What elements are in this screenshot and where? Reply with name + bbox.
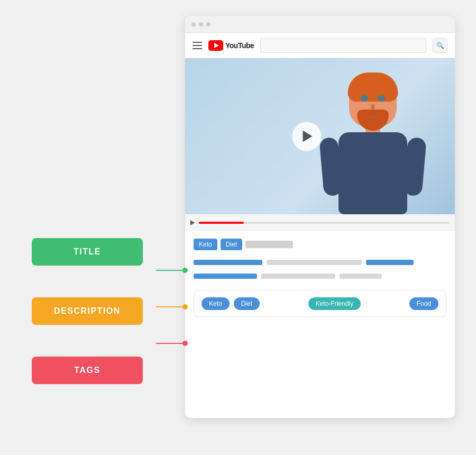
desc-line-3	[366, 260, 414, 265]
youtube-logo-icon	[208, 40, 223, 51]
search-icon[interactable]: 🔍	[433, 38, 447, 53]
tags-label-button[interactable]: TAGS	[32, 357, 143, 384]
tag-pill-diet: Diet	[234, 297, 260, 310]
title-placeholder-bar	[245, 241, 293, 248]
description-area	[194, 260, 446, 283]
hamburger-menu[interactable]	[193, 42, 202, 49]
main-container: TITLE DESCRIPTION TAGS YouTube 🔍	[0, 0, 476, 455]
title-area: Keto Diet	[194, 239, 446, 250]
tags-label-text: TAGS	[74, 366, 100, 375]
browser-titlebar	[185, 16, 455, 33]
video-controls	[185, 214, 455, 231]
browser-dot-1	[191, 22, 196, 26]
char-body	[338, 132, 407, 214]
youtube-logo-text: YouTube	[225, 41, 254, 50]
character-illustration	[312, 77, 434, 214]
browser-dot-2	[199, 22, 203, 26]
char-head	[349, 77, 397, 127]
char-nose	[371, 104, 375, 110]
desc-line-4	[194, 274, 257, 279]
desc-row-1	[194, 260, 446, 269]
video-content: Keto Diet Keto Diet	[185, 231, 455, 324]
youtube-header: YouTube 🔍	[185, 33, 455, 58]
tag-pill-food: Food	[409, 297, 438, 310]
progress-track[interactable]	[199, 222, 450, 224]
title-label-text: TITLE	[74, 247, 101, 257]
char-eye-left	[361, 95, 368, 102]
play-icon-small[interactable]	[190, 220, 195, 225]
labels-panel: TITLE DESCRIPTION TAGS	[32, 238, 143, 384]
description-label-button[interactable]: DESCRIPTION	[32, 297, 143, 325]
play-button[interactable]	[292, 122, 321, 151]
browser-dot-3	[206, 22, 210, 26]
desc-line-2	[267, 260, 362, 265]
char-eye-right	[378, 95, 385, 102]
youtube-logo[interactable]: YouTube	[208, 40, 254, 51]
search-bar[interactable]	[260, 38, 426, 53]
progress-fill	[199, 222, 244, 224]
desc-line-5	[261, 274, 335, 279]
description-label-text: DESCRIPTION	[54, 306, 121, 316]
tag-pill-keto-friendly: Keto-Friendly	[308, 297, 361, 310]
tag-pill-keto: Keto	[202, 297, 230, 310]
title-tag-diet: Diet	[221, 239, 242, 250]
desc-row-2	[194, 274, 446, 283]
desc-line-1	[194, 260, 262, 265]
tags-section: Keto Diet Keto-Friendly Food	[194, 290, 446, 317]
video-thumbnail	[185, 58, 455, 214]
title-tag-keto: Keto	[194, 239, 217, 250]
char-hair	[348, 72, 398, 102]
title-label-button[interactable]: TITLE	[32, 238, 143, 266]
browser-window: YouTube 🔍	[185, 16, 455, 418]
desc-line-6	[340, 274, 382, 279]
